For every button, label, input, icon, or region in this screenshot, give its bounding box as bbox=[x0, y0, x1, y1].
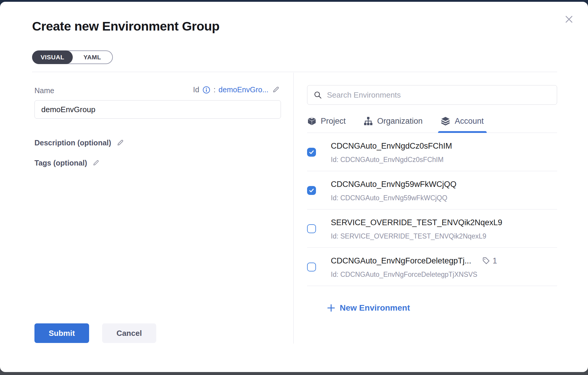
page-title: Create new Environment Group bbox=[32, 18, 557, 34]
search-environments-input[interactable] bbox=[327, 90, 551, 100]
id-label: Id bbox=[193, 85, 199, 94]
check-icon bbox=[309, 188, 314, 193]
new-environment-button[interactable]: New Environment bbox=[327, 303, 557, 313]
env-id: Id: CDCNGAuto_EnvNg59wFkWCjQQ bbox=[331, 194, 557, 202]
check-icon bbox=[309, 149, 314, 155]
pencil-icon bbox=[272, 85, 280, 94]
tab-organization[interactable]: Organization bbox=[363, 116, 423, 133]
env-name: CDCNGAuto_EnvNg59wFkWCjQQ bbox=[331, 179, 456, 190]
close-button[interactable] bbox=[562, 12, 576, 27]
tag-badge: 1 bbox=[482, 256, 497, 266]
env-checkbox[interactable] bbox=[307, 148, 316, 157]
search-icon bbox=[313, 90, 322, 99]
tab-project[interactable]: Project bbox=[307, 116, 346, 133]
tab-project-label: Project bbox=[321, 117, 346, 126]
tag-icon bbox=[482, 257, 490, 265]
tags-label: Tags (optional) bbox=[34, 159, 87, 167]
cube-icon bbox=[307, 116, 317, 126]
environment-row[interactable]: SERVICE_OVERRIDE_TEST_ENVQik2NqexL9 Id: … bbox=[307, 209, 557, 248]
environments-panel: Project Organization Account bbox=[294, 72, 557, 372]
toggle-visual[interactable]: VISUAL bbox=[32, 50, 73, 64]
submit-button[interactable]: Submit bbox=[34, 323, 89, 343]
cancel-button[interactable]: Cancel bbox=[102, 323, 156, 343]
pencil-icon bbox=[92, 159, 100, 167]
environment-row[interactable]: CDCNGAuto_EnvNgdCz0sFChIM Id: CDCNGAuto_… bbox=[307, 133, 557, 171]
env-id: Id: CDCNGAuto_EnvNgForceDeletegpTjXNSVS bbox=[331, 270, 557, 279]
env-checkbox[interactable] bbox=[307, 186, 316, 195]
env-id: Id: SERVICE_OVERRIDE_TEST_ENVQik2NqexL9 bbox=[331, 232, 557, 240]
new-environment-label: New Environment bbox=[340, 303, 410, 313]
environment-list: CDCNGAuto_EnvNgdCz0sFChIM Id: CDCNGAuto_… bbox=[307, 133, 557, 293]
tab-organization-label: Organization bbox=[377, 117, 423, 126]
env-name: SERVICE_OVERRIDE_TEST_ENVQik2NqexL9 bbox=[331, 217, 502, 228]
environment-row[interactable]: CDCNGAuto_EnvNgForceDeletegpTj... 1 Id: … bbox=[307, 248, 557, 286]
id-separator: : bbox=[214, 85, 216, 94]
form-column: Name Id : demoEnvGro... bbox=[32, 72, 282, 372]
tag-count: 1 bbox=[493, 256, 497, 266]
edit-tags-button[interactable] bbox=[92, 158, 101, 168]
name-label: Name bbox=[34, 86, 54, 95]
layers-icon bbox=[440, 116, 451, 126]
edit-description-button[interactable] bbox=[116, 138, 125, 148]
pencil-icon bbox=[116, 138, 125, 147]
scope-tabs: Project Organization Account bbox=[307, 116, 557, 133]
tab-account[interactable]: Account bbox=[440, 116, 484, 133]
env-checkbox[interactable] bbox=[307, 263, 316, 271]
environment-row[interactable]: CDCNGAuto_EnvNg59wFkWCjQQ Id: CDCNGAuto_… bbox=[307, 171, 557, 209]
toggle-yaml[interactable]: YAML bbox=[72, 51, 112, 63]
search-box bbox=[307, 85, 557, 105]
env-checkbox[interactable] bbox=[307, 224, 316, 233]
create-environment-group-modal: Create new Environment Group VISUAL YAML… bbox=[0, 2, 588, 372]
edit-id-button[interactable] bbox=[271, 85, 281, 95]
name-input[interactable] bbox=[34, 100, 281, 119]
description-label: Description (optional) bbox=[34, 139, 111, 147]
plus-icon bbox=[327, 304, 336, 312]
info-icon[interactable] bbox=[202, 86, 211, 94]
id-value-link[interactable]: demoEnvGro... bbox=[219, 85, 268, 94]
env-id: Id: CDCNGAuto_EnvNgdCz0sFChIM bbox=[331, 155, 557, 164]
org-chart-icon bbox=[363, 116, 373, 126]
close-icon bbox=[564, 14, 574, 26]
env-name: CDCNGAuto_EnvNgdCz0sFChIM bbox=[331, 141, 452, 151]
tab-account-label: Account bbox=[455, 117, 484, 126]
env-name: CDCNGAuto_EnvNgForceDeletegpTj... bbox=[331, 255, 471, 266]
visual-yaml-toggle: VISUAL YAML bbox=[32, 50, 113, 64]
